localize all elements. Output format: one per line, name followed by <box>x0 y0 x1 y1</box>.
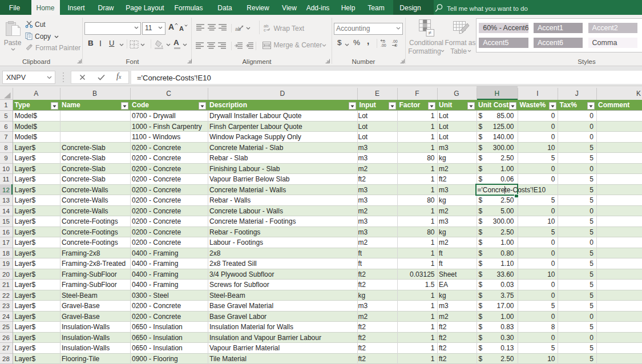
svg-text:.00: .00 <box>381 43 386 47</box>
svg-text:.0: .0 <box>382 39 385 43</box>
svg-text:≠: ≠ <box>428 30 431 36</box>
svg-text:c: c <box>264 27 266 33</box>
svg-text:.00: .00 <box>392 39 398 43</box>
